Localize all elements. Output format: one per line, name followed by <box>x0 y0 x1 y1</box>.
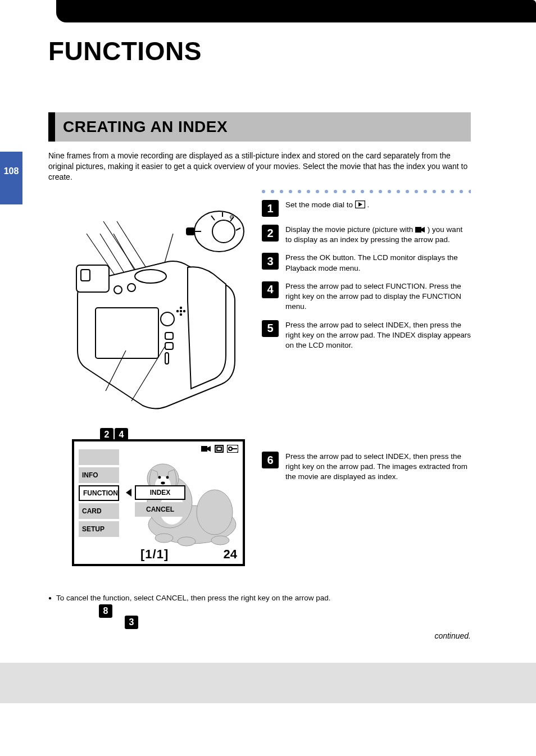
page-title: FUNCTIONS <box>48 36 202 66</box>
footer-band <box>0 663 536 703</box>
svg-point-22 <box>135 270 166 283</box>
svg-point-25 <box>180 307 181 308</box>
intro-text: Nine frames from a movie recording are d… <box>48 151 471 183</box>
svg-point-18 <box>161 312 174 326</box>
lcd-submenu-item-selected: INDEX <box>135 485 185 500</box>
lcd-submenu-item: CANCEL <box>135 502 185 517</box>
svg-point-24 <box>128 284 135 292</box>
continued-label: continued. <box>434 631 471 640</box>
lcd-menu-item: SETUP <box>79 521 119 537</box>
svg-point-0 <box>194 211 244 252</box>
step-row: 4 Press the arrow pad to select FUNCTION… <box>262 281 471 312</box>
lcd-menu-item: INFO <box>79 467 119 483</box>
svg-point-29 <box>180 311 181 312</box>
step-row: 3 Press the OK button. The LCD monitor d… <box>262 253 471 273</box>
step-text: Press the arrow pad to select INDEX, the… <box>285 452 471 482</box>
page-number: 108 <box>0 166 22 176</box>
camera-illustration: ⚙ <box>55 200 252 419</box>
svg-point-45 <box>158 476 161 479</box>
svg-marker-35 <box>421 227 425 233</box>
svg-point-53 <box>229 447 232 450</box>
lcd-submenu: INDEX CANCEL <box>135 485 185 517</box>
lcd-illustration: INFO FUNCTION CARD SETUP INDEX CANCEL [1… <box>72 439 245 566</box>
lcd-menu-item: CARD <box>79 503 119 519</box>
lcd-remaining: 24 <box>224 547 237 562</box>
step-row: 6 Press the arrow pad to select INDEX, t… <box>262 452 471 482</box>
svg-rect-48 <box>201 446 207 452</box>
svg-marker-49 <box>207 446 211 452</box>
step-row: 5 Press the arrow pad to select INDEX, t… <box>262 320 471 351</box>
svg-point-39 <box>197 490 233 535</box>
section-heading: CREATING AN INDEX <box>63 118 228 136</box>
step-badge-3: 3 <box>262 253 279 270</box>
svg-line-7 <box>236 228 240 230</box>
svg-rect-17 <box>96 308 158 358</box>
note-block: To cancel the function, select CANCEL, t… <box>48 590 471 604</box>
step-text: Press the OK button. The LCD monitor dis… <box>285 253 471 273</box>
dotted-divider <box>262 190 471 193</box>
svg-point-1 <box>212 220 235 243</box>
svg-text:⚙: ⚙ <box>229 214 234 220</box>
step-badge-4: 4 <box>262 281 279 298</box>
svg-point-47 <box>161 482 165 485</box>
callout-8: 8 <box>99 604 112 618</box>
svg-rect-51 <box>217 447 221 450</box>
svg-marker-33 <box>358 202 362 207</box>
step-badge-6: 6 <box>262 452 279 468</box>
svg-rect-3 <box>187 228 194 235</box>
svg-point-28 <box>177 311 178 312</box>
step-text: Set the mode dial to <box>285 201 355 209</box>
playback-icon <box>355 201 365 208</box>
section-heading-bar: CREATING AN INDEX <box>48 112 471 142</box>
step-badge-1: 1 <box>262 200 279 217</box>
step-badge-2: 2 <box>262 225 279 242</box>
step-row: 2 Display the movie picture (picture wit… <box>262 225 471 245</box>
svg-point-40 <box>155 534 173 543</box>
svg-rect-21 <box>165 353 169 364</box>
movie-icon <box>415 226 425 233</box>
svg-point-26 <box>184 311 185 312</box>
svg-rect-16 <box>81 270 90 281</box>
protect-icon <box>227 445 238 453</box>
lcd-frame-counter: [1/1] <box>140 547 169 562</box>
movie-icon <box>201 445 211 453</box>
top-black-tab <box>56 0 536 22</box>
note-text: To cancel the function, select CANCEL, t… <box>56 593 331 604</box>
step-text: . <box>367 201 370 209</box>
callout-3: 3 <box>125 616 138 629</box>
svg-point-41 <box>178 537 196 546</box>
svg-line-4 <box>211 216 215 220</box>
svg-rect-34 <box>415 227 421 233</box>
step-text: Press the arrow pad to select FUNCTION. … <box>285 281 471 312</box>
svg-point-23 <box>114 286 122 294</box>
svg-point-27 <box>180 314 181 315</box>
svg-rect-19 <box>165 333 173 339</box>
lcd-menu-left: INFO FUNCTION CARD SETUP <box>79 449 119 537</box>
step-list: 1 Set the mode dial to . 2 Display the m… <box>262 200 471 358</box>
lcd-menu-item <box>79 449 119 465</box>
step-text: Display the movie picture (picture with <box>285 225 415 234</box>
side-thumb-tab <box>0 152 22 204</box>
crop-icon <box>215 445 224 453</box>
svg-line-11 <box>117 221 149 273</box>
lcd-status-icons <box>201 445 238 453</box>
section-heading-accent <box>48 112 55 142</box>
camera-svg: ⚙ <box>55 200 252 419</box>
lcd-menu-item-selected: FUNCTION <box>79 485 119 501</box>
svg-rect-20 <box>165 343 173 349</box>
step-list-2: 6 Press the arrow pad to select INDEX, t… <box>262 452 471 490</box>
step-row: 1 Set the mode dial to . <box>262 200 471 217</box>
svg-point-42 <box>211 536 229 545</box>
step-text: Press the arrow pad to select INDEX, the… <box>285 320 471 351</box>
step-badge-5: 5 <box>262 320 279 337</box>
svg-point-46 <box>166 476 169 479</box>
left-arrow-icon <box>126 489 131 497</box>
